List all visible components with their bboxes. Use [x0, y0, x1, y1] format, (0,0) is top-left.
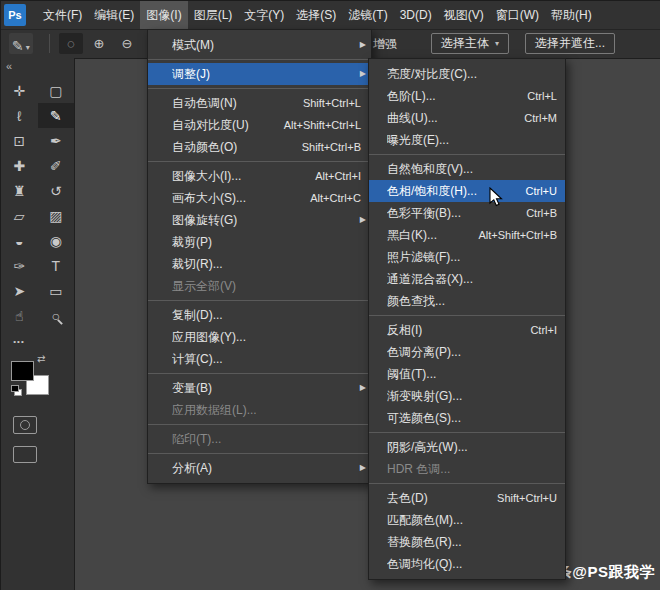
history-brush-tool[interactable]: ↺ [38, 178, 75, 203]
menu-item[interactable]: 自动对比度(U) Alt+Shift+Ctrl+L ▶ [148, 114, 371, 136]
menu-item[interactable]: 分析(A) ▶ [148, 457, 371, 479]
submenu-item[interactable]: 可选颜色(S)... ▶ [369, 407, 565, 429]
submenu-item[interactable]: 曲线(U)... Ctrl+M ▶ [369, 107, 565, 129]
submenu-item[interactable]: 照片滤镜(F)... ▶ [369, 246, 565, 268]
menu-separator [148, 453, 371, 454]
submenu-item[interactable]: 替换颜色(R)... ▶ [369, 531, 565, 553]
menu-item[interactable]: 图像大小(I)... Alt+Ctrl+I ▶ [148, 165, 371, 187]
submenu-item[interactable]: 色阶(L)... Ctrl+L ▶ [369, 85, 565, 107]
lasso-tool[interactable]: ℓ [1, 103, 38, 128]
submenu-item[interactable]: 色相/饱和度(H)... Ctrl+U ▶ [369, 180, 565, 202]
menubar-items: 文件(F) 编辑(E) 图像(I) 图层(L) 文字(Y) 选择(S) 滤镜(T… [29, 1, 598, 29]
menu-separator [369, 483, 565, 484]
eyedropper-tool[interactable]: ✒ [38, 128, 75, 153]
menu-item[interactable]: 调整(J) ▶ [148, 63, 371, 85]
menubar-item[interactable]: 选择(S) [290, 1, 342, 29]
submenu-item[interactable]: 颜色查找... ▶ [369, 290, 565, 312]
menu-item: 应用数据组(L)... ▶ [148, 399, 371, 421]
blur-tool[interactable]: ◒ [1, 228, 38, 253]
menu-item[interactable]: 模式(M) ▶ [148, 34, 371, 56]
menu-item: 显示全部(V) ▶ [148, 275, 371, 297]
submenu-item[interactable]: 阈值(T)... ▶ [369, 363, 565, 385]
shape-tool[interactable]: ▭ [38, 278, 75, 303]
submenu-item[interactable]: 去色(D) Shift+Ctrl+U ▶ [369, 487, 565, 509]
image-menu-dropdown: 模式(M) ▶ 调整(J) ▶ 自动色调(N) Shift+Ctrl+L ▶ 自… [147, 29, 372, 484]
hand-tool[interactable]: ☝ [1, 303, 38, 328]
submenu-item[interactable]: 反相(I) Ctrl+I ▶ [369, 319, 565, 341]
clone-stamp-tool[interactable]: ♜ [1, 178, 38, 203]
default-colors-icon[interactable] [11, 385, 22, 396]
zoom-tool[interactable]: ○ [38, 303, 75, 328]
crop-tool[interactable]: ⊡ [1, 128, 38, 153]
menu-separator [369, 315, 565, 316]
brush-tool[interactable]: ✐ [38, 153, 75, 178]
menu-item[interactable]: 复制(D)... ▶ [148, 304, 371, 326]
adjustments-submenu: 亮度/对比度(C)... ▶ 色阶(L)... Ctrl+L ▶ 曲线(U)..… [368, 58, 566, 580]
color-swatches: ⇄ [11, 358, 51, 398]
dodge-tool[interactable]: ◉ [38, 228, 75, 253]
submenu-arrow-icon: ▶ [360, 464, 366, 472]
select-subject-button[interactable]: 选择主体 ▾ [431, 33, 509, 54]
quick-selection-tool[interactable]: ✎ [38, 103, 75, 128]
eraser-tool[interactable]: ▱ [1, 203, 38, 228]
menu-separator [148, 300, 371, 301]
marquee-tool[interactable]: ▢ [38, 78, 75, 103]
menu-item[interactable]: 变量(B) ▶ [148, 377, 371, 399]
gradient-tool[interactable]: ▨ [38, 203, 75, 228]
menubar-item[interactable]: 帮助(H) [545, 1, 598, 29]
foreground-color-swatch[interactable] [11, 361, 34, 381]
menu-item[interactable]: 裁切(R)... ▶ [148, 253, 371, 275]
menubar-item[interactable]: 编辑(E) [88, 1, 140, 29]
submenu-item[interactable]: 色调分离(P)... ▶ [369, 341, 565, 363]
select-and-mask-button[interactable]: 选择并遮住... [525, 33, 615, 54]
quick-mask-button[interactable] [13, 416, 37, 434]
submenu-item[interactable]: 阴影/高光(W)... ▶ [369, 436, 565, 458]
pen-tool[interactable]: ✑ [1, 253, 38, 278]
tool-preset-selector[interactable]: ✎ ▾ [9, 33, 33, 54]
menu-item[interactable]: 画布大小(S)... Alt+Ctrl+C ▶ [148, 187, 371, 209]
mouse-cursor-icon [489, 187, 503, 207]
submenu-item[interactable]: 渐变映射(G)... ▶ [369, 385, 565, 407]
type-tool[interactable]: T [38, 253, 75, 278]
auto-enhance-label[interactable]: 增强 [373, 36, 397, 53]
submenu-item[interactable]: 色彩平衡(B)... Ctrl+B ▶ [369, 202, 565, 224]
menubar-item[interactable]: 窗口(W) [490, 1, 545, 29]
menubar-item[interactable]: 滤镜(T) [342, 1, 393, 29]
menu-item[interactable]: 计算(C)... ▶ [148, 348, 371, 370]
menubar-item[interactable]: 图层(L) [188, 1, 239, 29]
menu-separator [148, 373, 371, 374]
submenu-item[interactable]: 自然饱和度(V)... ▶ [369, 158, 565, 180]
submenu-item[interactable]: 亮度/对比度(C)... ▶ [369, 63, 565, 85]
submenu-item[interactable]: 色调均化(Q)... ▶ [369, 553, 565, 575]
submenu-item[interactable]: 通道混合器(X)... ▶ [369, 268, 565, 290]
submenu-item[interactable]: 匹配颜色(M)... ▶ [369, 509, 565, 531]
menu-item[interactable]: 自动色调(N) Shift+Ctrl+L ▶ [148, 92, 371, 114]
menu-item[interactable]: 图像旋转(G) ▶ [148, 209, 371, 231]
menubar-item[interactable]: 文字(Y) [238, 1, 290, 29]
menu-item[interactable]: 应用图像(Y)... ▶ [148, 326, 371, 348]
submenu-item[interactable]: 曝光度(E)... ▶ [369, 129, 565, 151]
selection-mode-add-icon[interactable]: ⊕ [87, 33, 111, 54]
menu-item[interactable]: 裁剪(P) ▶ [148, 231, 371, 253]
default-foreground-icon [11, 385, 19, 392]
quick-mask-icon [20, 420, 30, 430]
menubar-item[interactable]: 图像(I) [140, 1, 187, 29]
select-and-mask-label: 选择并遮住... [535, 35, 605, 52]
menubar: Ps 文件(F) 编辑(E) 图像(I) 图层(L) 文字(Y) 选择(S) 滤… [1, 1, 660, 30]
edit-toolbar-button[interactable]: ••• [1, 337, 37, 346]
selection-mode-subtract-icon[interactable]: ⊖ [115, 33, 139, 54]
menu-separator [148, 161, 371, 162]
menubar-item[interactable]: 文件(F) [37, 1, 88, 29]
menubar-item[interactable]: 视图(V) [438, 1, 490, 29]
collapse-panel-icon[interactable]: « [1, 58, 74, 75]
path-selection-tool[interactable]: ➤ [1, 278, 38, 303]
menu-item[interactable]: 自动颜色(O) Shift+Ctrl+B ▶ [148, 136, 371, 158]
menubar-item[interactable]: 3D(D) [394, 1, 438, 29]
screen-mode-button[interactable] [13, 446, 37, 463]
menu-item: 陷印(T)... ▶ [148, 428, 371, 450]
healing-brush-tool[interactable]: ✚ [1, 153, 38, 178]
switch-colors-icon[interactable]: ⇄ [37, 353, 45, 364]
submenu-item[interactable]: 黑白(K)... Alt+Shift+Ctrl+B ▶ [369, 224, 565, 246]
selection-mode-new-icon[interactable]: ◌ [59, 33, 83, 54]
move-tool[interactable]: ✛ [1, 78, 38, 103]
